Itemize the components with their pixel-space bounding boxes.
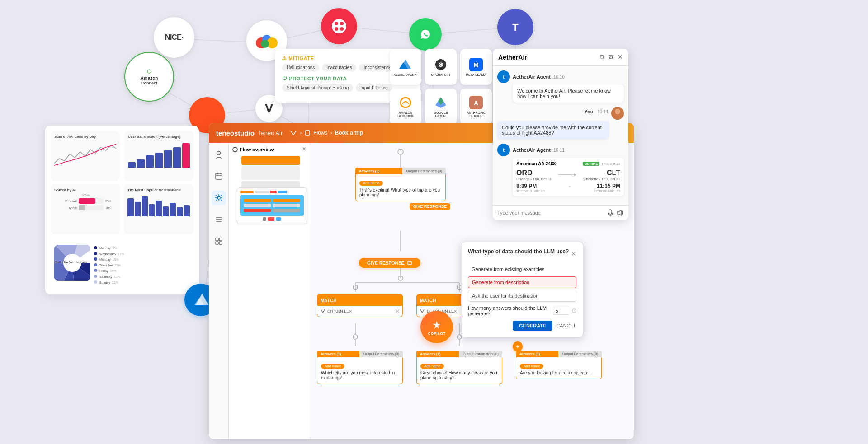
flow-panel: Flow overview ✕	[229, 143, 310, 439]
answers-header: Answers (1)	[355, 168, 402, 174]
aetherair-controls: ⧉ ⚙ ✕	[600, 53, 623, 61]
svg-text:⊗: ⊗	[438, 61, 443, 68]
ai-model-amazon: AMAZON BEDROCK	[390, 89, 421, 125]
agent-avatar-1: t	[497, 70, 510, 83]
close-flow-panel[interactable]: ✕	[302, 146, 306, 152]
amazon-connect-icon: ⬡ Amazon Connect	[124, 52, 174, 102]
add-name-btn[interactable]: Add name	[359, 181, 383, 186]
copilot-close-icon[interactable]: ✕	[571, 250, 576, 257]
svg-text:i: i	[574, 309, 575, 312]
chat-message-1: t AetherAir Agent 10:10 Welcome to Aethe…	[497, 70, 624, 103]
ai-model-azure: AZURE OPENAI	[390, 49, 421, 85]
user-message-bubble: Could you please provide me with the cur…	[497, 121, 609, 139]
close-icon[interactable]: ✕	[618, 53, 623, 61]
svg-point-13	[335, 22, 338, 25]
sidebar-icon-apps[interactable]	[212, 234, 226, 248]
ai-model-google: GOOGLE GEMINI	[425, 89, 457, 125]
microphone-icon[interactable]	[607, 209, 614, 216]
tag-hallucinations[interactable]: Hallucinations	[282, 64, 319, 71]
svg-point-65	[233, 147, 237, 152]
teams-icon: T	[497, 9, 533, 45]
ai-model-anthropic: A ANTHROPIC CLAUDE	[460, 89, 492, 125]
tag-inaccuracies[interactable]: Inaccuracies	[322, 64, 356, 71]
svg-rect-82	[408, 261, 411, 265]
add-node-btn[interactable]: +	[513, 341, 523, 351]
teneo-sidebar	[209, 143, 229, 439]
svg-point-12	[332, 19, 346, 33]
copilot-count-input[interactable]	[553, 307, 569, 315]
copilot-star-icon	[430, 319, 443, 332]
info-icon: i	[572, 308, 576, 313]
agent-avatar-2: t	[497, 144, 510, 156]
ai-model-openai: ⊗ OPENAI GPT	[425, 49, 457, 85]
user-satisfaction-chart: User Satisfaction (Percentage)	[124, 131, 193, 181]
chat-message-flight: t AetherAir Agent 10:11 American AA 2488…	[497, 144, 624, 196]
copilot-option-existing[interactable]: Generate from existing examples	[468, 264, 576, 275]
svg-rect-62	[219, 238, 222, 241]
copilot-button[interactable]: COPILOT	[420, 311, 453, 343]
svg-rect-53	[216, 173, 222, 179]
teneo-sub: Teneo Air	[258, 130, 283, 136]
copilot-description-input[interactable]: Ask the user for its destination	[468, 290, 576, 302]
svg-rect-61	[216, 238, 218, 241]
give-response-btn[interactable]: GIVE RESPONSE	[359, 258, 420, 268]
sidebar-icon-calendar[interactable]	[212, 169, 226, 183]
tag-input-filtering[interactable]: Input Filtering	[356, 84, 392, 92]
output-badge: GIVE RESPONSE	[410, 203, 450, 210]
output-params-header: Output Parameters (0)	[402, 168, 446, 174]
api-calls-chart: Sum of API Calls by Day	[51, 131, 120, 181]
output-node-left[interactable]: Answers (1) Output Parameters (0) Add na…	[317, 351, 403, 384]
chat-input-area	[493, 205, 628, 220]
svg-point-57	[217, 196, 220, 199]
ai-models-grid: AZURE OPENAI ⊗ OPENAI GPT M META LLAMA A…	[390, 49, 492, 125]
teneo-logo: teneostudio	[216, 129, 255, 137]
svg-text:T: T	[512, 22, 519, 33]
ai-model-meta: M META LLAMA	[460, 49, 492, 85]
copilot-popup: What type of data should the LLM use? ✕ …	[461, 242, 583, 337]
svg-point-90	[435, 324, 438, 327]
cancel-button[interactable]: CANCEL	[556, 321, 576, 331]
svg-point-74	[353, 285, 358, 290]
minimize-icon[interactable]: ⧉	[600, 53, 604, 61]
output-node-third[interactable]: Answers (1) Output Parameters (0) Add na…	[516, 351, 602, 379]
svg-rect-64	[219, 242, 222, 244]
copilot-label: COPILOT	[428, 332, 445, 336]
match-node-left[interactable]: MATCH CITY.NN.LEX	[317, 294, 403, 317]
svg-text:M: M	[473, 61, 479, 69]
generate-button[interactable]: GENERATE	[513, 321, 552, 331]
chat-message-user: You 10:11 Could you please provide me wi…	[497, 107, 624, 139]
whatsapp-icon	[409, 18, 442, 51]
aetherair-header: AetherAir ⧉ ⚙ ✕	[493, 49, 628, 66]
svg-point-66	[398, 149, 403, 154]
sidebar-icon-person[interactable]	[212, 147, 226, 162]
svg-point-77	[457, 335, 462, 339]
svg-point-16	[340, 27, 344, 31]
copilot-actions: GENERATE CANCEL	[468, 321, 576, 331]
volume-icon[interactable]	[617, 209, 624, 216]
svg-rect-50	[305, 131, 310, 135]
copilot-popup-title: What type of data should the LLM use?	[468, 248, 569, 255]
popular-destinations-chart: The Most Popular Destinations	[124, 184, 193, 234]
svg-point-87	[615, 109, 620, 114]
solved-by-ai-chart: Solved by AI 100% TeneoAI 25K Agent 10K	[51, 184, 120, 234]
welcome-bubble: Welcome to AetherAir. Please let me know…	[513, 84, 624, 103]
svg-point-23	[261, 40, 269, 48]
chat-input[interactable]	[497, 210, 604, 215]
svg-point-14	[340, 22, 344, 25]
tag-shield[interactable]: Shield Against Prompt Hacking	[282, 84, 353, 92]
output-text: That's exciting! What type of trip are y…	[359, 187, 442, 197]
svg-point-15	[335, 27, 338, 31]
copilot-option-description[interactable]: Generate from description	[468, 276, 576, 288]
svg-point-73	[398, 276, 403, 280]
svg-point-76	[353, 335, 358, 339]
sidebar-icon-list[interactable]	[212, 212, 226, 227]
breadcrumb: › Flows › Book a trip	[290, 129, 363, 136]
aetherair-panel: AetherAir ⧉ ⚙ ✕ t AetherAir Agent 10:10 …	[493, 49, 628, 220]
output-node-main[interactable]: Answers (1) Output Parameters (0) Add na…	[355, 168, 446, 201]
output-node-right[interactable]: Answers (1) Output Parameters (0) Add na…	[416, 351, 502, 384]
svg-text:A: A	[474, 99, 478, 107]
sidebar-icon-gear[interactable]	[212, 191, 226, 205]
aetherair-title: AetherAir	[498, 54, 527, 61]
calls-weekdays: Calls by Weekdays Monday 9% Wednesday 13…	[51, 237, 193, 289]
settings-icon[interactable]: ⚙	[608, 53, 614, 61]
